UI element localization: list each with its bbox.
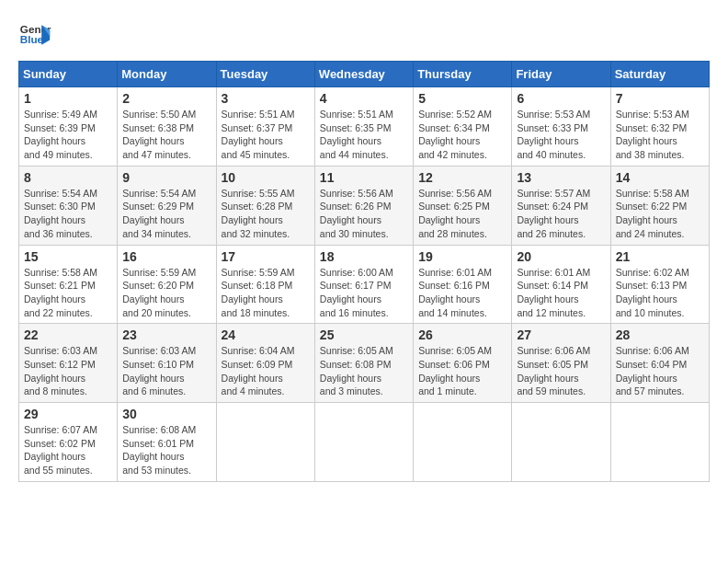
day-number: 25 [320, 327, 408, 342]
day-number: 4 [320, 91, 408, 106]
day-info: Sunrise: 5:53 AMSunset: 6:33 PMDaylight … [517, 109, 590, 160]
page-header: General Blue [18, 18, 710, 52]
day-number: 2 [122, 91, 210, 106]
day-info: Sunrise: 6:05 AMSunset: 6:08 PMDaylight … [320, 345, 393, 396]
svg-text:Blue: Blue [20, 33, 44, 45]
calendar-day-8: 8Sunrise: 5:54 AMSunset: 6:30 PMDaylight… [19, 166, 118, 245]
day-number: 24 [222, 327, 310, 342]
column-header-tuesday: Tuesday [216, 62, 314, 87]
day-info: Sunrise: 5:54 AMSunset: 6:30 PMDaylight … [24, 188, 97, 239]
day-info: Sunrise: 5:49 AMSunset: 6:39 PMDaylight … [24, 109, 97, 160]
day-info: Sunrise: 5:56 AMSunset: 6:25 PMDaylight … [418, 188, 492, 239]
day-number: 23 [122, 327, 210, 342]
day-number: 29 [24, 407, 112, 421]
calendar-day-22: 22Sunrise: 6:03 AMSunset: 6:12 PMDayligh… [19, 324, 118, 403]
day-number: 27 [517, 327, 605, 342]
day-number: 11 [320, 170, 408, 185]
calendar-day-9: 9Sunrise: 5:54 AMSunset: 6:29 PMDaylight… [118, 166, 216, 245]
calendar-day-16: 16Sunrise: 5:59 AMSunset: 6:20 PMDayligh… [118, 245, 216, 324]
calendar-day-26: 26Sunrise: 6:05 AMSunset: 6:06 PMDayligh… [414, 324, 512, 403]
calendar-day-7: 7Sunrise: 5:53 AMSunset: 6:32 PMDaylight… [610, 87, 709, 167]
day-number: 1 [24, 91, 112, 106]
day-number: 14 [616, 170, 704, 185]
day-info: Sunrise: 6:02 AMSunset: 6:13 PMDaylight … [616, 267, 689, 318]
day-number: 28 [616, 327, 704, 342]
calendar-day-2: 2Sunrise: 5:50 AMSunset: 6:38 PMDaylight… [118, 87, 216, 167]
calendar-week-4: 22Sunrise: 6:03 AMSunset: 6:12 PMDayligh… [19, 324, 710, 403]
calendar-table: SundayMondayTuesdayWednesdayThursdayFrid… [18, 61, 710, 482]
column-header-wednesday: Wednesday [314, 62, 413, 87]
calendar-week-2: 8Sunrise: 5:54 AMSunset: 6:30 PMDaylight… [19, 166, 710, 245]
column-header-monday: Monday [118, 62, 216, 87]
day-info: Sunrise: 5:57 AMSunset: 6:24 PMDaylight … [517, 188, 590, 239]
calendar-empty-cell [216, 403, 314, 482]
day-number: 16 [122, 249, 210, 264]
day-number: 15 [24, 249, 112, 264]
calendar-empty-cell [414, 403, 512, 482]
calendar-day-4: 4Sunrise: 5:51 AMSunset: 6:35 PMDaylight… [314, 87, 413, 167]
calendar-day-6: 6Sunrise: 5:53 AMSunset: 6:33 PMDaylight… [512, 87, 610, 167]
day-number: 9 [122, 170, 210, 185]
calendar-day-5: 5Sunrise: 5:52 AMSunset: 6:34 PMDaylight… [414, 87, 512, 167]
calendar-day-11: 11Sunrise: 5:56 AMSunset: 6:26 PMDayligh… [314, 166, 413, 245]
calendar-day-14: 14Sunrise: 5:58 AMSunset: 6:22 PMDayligh… [610, 166, 709, 245]
day-info: Sunrise: 6:08 AMSunset: 6:01 PMDaylight … [122, 424, 196, 476]
day-number: 20 [517, 249, 605, 264]
calendar-day-24: 24Sunrise: 6:04 AMSunset: 6:09 PMDayligh… [216, 324, 314, 403]
day-info: Sunrise: 5:52 AMSunset: 6:34 PMDaylight … [418, 109, 492, 160]
day-info: Sunrise: 5:50 AMSunset: 6:38 PMDaylight … [122, 109, 196, 160]
day-number: 30 [122, 407, 210, 421]
calendar-day-10: 10Sunrise: 5:55 AMSunset: 6:28 PMDayligh… [216, 166, 314, 245]
day-number: 10 [222, 170, 310, 185]
day-info: Sunrise: 6:06 AMSunset: 6:05 PMDaylight … [517, 345, 590, 396]
logo-icon: General Blue [18, 18, 51, 52]
day-number: 26 [418, 327, 506, 342]
day-info: Sunrise: 6:05 AMSunset: 6:06 PMDaylight … [418, 345, 492, 396]
calendar-empty-cell [610, 403, 709, 482]
day-info: Sunrise: 5:55 AMSunset: 6:28 PMDaylight … [222, 188, 295, 239]
day-info: Sunrise: 6:01 AMSunset: 6:16 PMDaylight … [418, 267, 492, 318]
calendar-header-row: SundayMondayTuesdayWednesdayThursdayFrid… [19, 62, 710, 87]
calendar-day-12: 12Sunrise: 5:56 AMSunset: 6:25 PMDayligh… [414, 166, 512, 245]
day-info: Sunrise: 5:54 AMSunset: 6:29 PMDaylight … [122, 188, 196, 239]
calendar-day-15: 15Sunrise: 5:58 AMSunset: 6:21 PMDayligh… [19, 245, 118, 324]
day-number: 13 [517, 170, 605, 185]
day-number: 19 [418, 249, 506, 264]
day-number: 17 [222, 249, 310, 264]
day-info: Sunrise: 5:58 AMSunset: 6:21 PMDaylight … [24, 267, 97, 318]
day-info: Sunrise: 5:56 AMSunset: 6:26 PMDaylight … [320, 188, 393, 239]
day-info: Sunrise: 6:00 AMSunset: 6:17 PMDaylight … [320, 267, 393, 318]
calendar-day-19: 19Sunrise: 6:01 AMSunset: 6:16 PMDayligh… [414, 245, 512, 324]
day-info: Sunrise: 6:06 AMSunset: 6:04 PMDaylight … [616, 345, 689, 396]
day-info: Sunrise: 6:03 AMSunset: 6:10 PMDaylight … [122, 345, 196, 396]
day-number: 6 [517, 91, 605, 106]
calendar-day-18: 18Sunrise: 6:00 AMSunset: 6:17 PMDayligh… [314, 245, 413, 324]
day-info: Sunrise: 6:01 AMSunset: 6:14 PMDaylight … [517, 267, 590, 318]
calendar-day-28: 28Sunrise: 6:06 AMSunset: 6:04 PMDayligh… [610, 324, 709, 403]
calendar-day-1: 1Sunrise: 5:49 AMSunset: 6:39 PMDaylight… [19, 87, 118, 167]
column-header-thursday: Thursday [414, 62, 512, 87]
day-number: 8 [24, 170, 112, 185]
day-info: Sunrise: 6:03 AMSunset: 6:12 PMDaylight … [24, 345, 97, 396]
calendar-day-20: 20Sunrise: 6:01 AMSunset: 6:14 PMDayligh… [512, 245, 610, 324]
day-number: 7 [616, 91, 704, 106]
day-number: 21 [616, 249, 704, 264]
day-info: Sunrise: 6:07 AMSunset: 6:02 PMDaylight … [24, 424, 97, 476]
day-number: 18 [320, 249, 408, 264]
calendar-day-29: 29Sunrise: 6:07 AMSunset: 6:02 PMDayligh… [19, 403, 118, 482]
calendar-day-27: 27Sunrise: 6:06 AMSunset: 6:05 PMDayligh… [512, 324, 610, 403]
calendar-day-30: 30Sunrise: 6:08 AMSunset: 6:01 PMDayligh… [118, 403, 216, 482]
calendar-day-17: 17Sunrise: 5:59 AMSunset: 6:18 PMDayligh… [216, 245, 314, 324]
day-number: 5 [418, 91, 506, 106]
calendar-empty-cell [314, 403, 413, 482]
logo: General Blue [18, 18, 57, 52]
calendar-day-13: 13Sunrise: 5:57 AMSunset: 6:24 PMDayligh… [512, 166, 610, 245]
day-info: Sunrise: 5:53 AMSunset: 6:32 PMDaylight … [616, 109, 689, 160]
day-number: 3 [222, 91, 310, 106]
calendar-day-21: 21Sunrise: 6:02 AMSunset: 6:13 PMDayligh… [610, 245, 709, 324]
calendar-week-3: 15Sunrise: 5:58 AMSunset: 6:21 PMDayligh… [19, 245, 710, 324]
day-info: Sunrise: 5:59 AMSunset: 6:20 PMDaylight … [122, 267, 196, 318]
day-info: Sunrise: 6:04 AMSunset: 6:09 PMDaylight … [222, 345, 295, 396]
calendar-day-23: 23Sunrise: 6:03 AMSunset: 6:10 PMDayligh… [118, 324, 216, 403]
calendar-week-5: 29Sunrise: 6:07 AMSunset: 6:02 PMDayligh… [19, 403, 710, 482]
